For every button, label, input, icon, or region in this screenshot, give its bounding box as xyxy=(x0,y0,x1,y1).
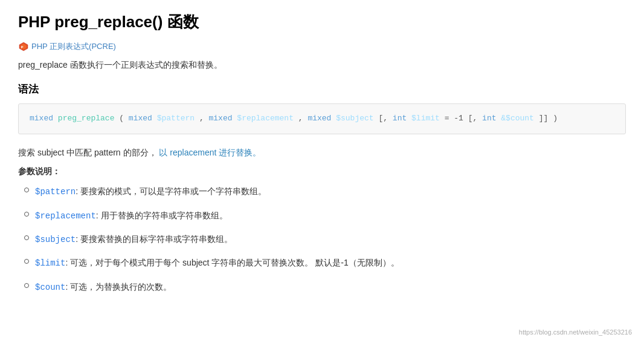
code-bracket2: [, xyxy=(468,114,482,123)
code-var-pattern: $pattern xyxy=(157,114,199,123)
code-type-mixed4: mixed xyxy=(308,114,331,123)
code-close-brackets: ]] ) xyxy=(539,114,558,123)
code-var-count: &$count xyxy=(501,114,538,123)
bullet-2 xyxy=(24,235,29,240)
param-desc-1: $replacement: 用于替换的字符串或字符串数组。 xyxy=(35,209,228,223)
list-item: $pattern: 要搜索的模式，可以是字符串或一个字符串数组。 xyxy=(24,185,626,198)
bullet-3 xyxy=(24,259,29,264)
code-default-val: = -1 xyxy=(445,114,468,123)
list-item: $subject: 要搜索替换的目标字符串或字符串数组。 xyxy=(24,232,626,246)
code-type-int2: int xyxy=(482,114,496,123)
code-open-paren: ( xyxy=(119,114,129,123)
list-item: $limit: 可选，对于每个模式用于每个 subject 字符串的最大可替换次… xyxy=(24,256,626,270)
code-bracket1: [, xyxy=(378,114,392,123)
param-desc-2: $subject: 要搜索替换的目标字符串或字符串数组。 xyxy=(35,232,233,246)
code-type-mixed2: mixed xyxy=(129,114,152,123)
list-item: $count: 可选，为替换执行的次数。 xyxy=(24,280,626,294)
code-var-subject: $subject xyxy=(336,114,378,123)
syntax-section-title: 语法 xyxy=(18,82,626,96)
code-type-mixed1: mixed xyxy=(30,114,53,123)
code-type-mixed3: mixed xyxy=(209,114,233,123)
code-function-name: preg_replace xyxy=(58,114,119,123)
param-name-1: $replacement xyxy=(35,211,96,221)
usage-text-highlight: 以 replacement 进行替换。 xyxy=(159,148,261,157)
params-section-title: 参数说明： xyxy=(18,166,626,177)
svg-text:P: P xyxy=(21,45,24,49)
php-icon: P xyxy=(18,41,29,52)
bullet-1 xyxy=(24,212,29,217)
page-title: PHP preg_replace() 函数 xyxy=(18,12,626,33)
code-comma2: , xyxy=(298,114,308,123)
bullet-4 xyxy=(24,283,29,288)
code-type-int1: int xyxy=(393,114,407,123)
bullet-0 xyxy=(24,188,29,192)
params-list: $pattern: 要搜索的模式，可以是字符串或一个字符串数组。 $replac… xyxy=(18,185,626,294)
breadcrumb-link[interactable]: PHP 正则表达式(PCRE) xyxy=(31,41,116,52)
param-name-3: $limit xyxy=(35,258,65,268)
param-name-2: $subject xyxy=(35,235,76,244)
usage-text-part1: 搜索 subject 中匹配 pattern 的部分， xyxy=(18,148,157,157)
code-comma1: , xyxy=(199,114,209,123)
code-var-limit: $limit xyxy=(411,114,440,123)
syntax-code-block: mixed preg_replace ( mixed $pattern , mi… xyxy=(18,103,626,134)
function-description: preg_replace 函数执行一个正则表达式的搜索和替换。 xyxy=(18,58,626,71)
param-desc-4: $count: 可选，为替换执行的次数。 xyxy=(35,280,172,294)
param-name-0: $pattern xyxy=(35,187,76,197)
usage-text: 搜索 subject 中匹配 pattern 的部分， 以 replacemen… xyxy=(18,145,626,160)
param-desc-0: $pattern: 要搜索的模式，可以是字符串或一个字符串数组。 xyxy=(35,185,266,198)
list-item: $replacement: 用于替换的字符串或字符串数组。 xyxy=(24,209,626,223)
param-desc-3: $limit: 可选，对于每个模式用于每个 subject 字符串的最大可替换次… xyxy=(35,256,399,270)
code-var-replacement: $replacement xyxy=(237,114,298,123)
breadcrumb: P PHP 正则表达式(PCRE) xyxy=(18,41,626,52)
param-name-4: $count xyxy=(35,283,65,292)
